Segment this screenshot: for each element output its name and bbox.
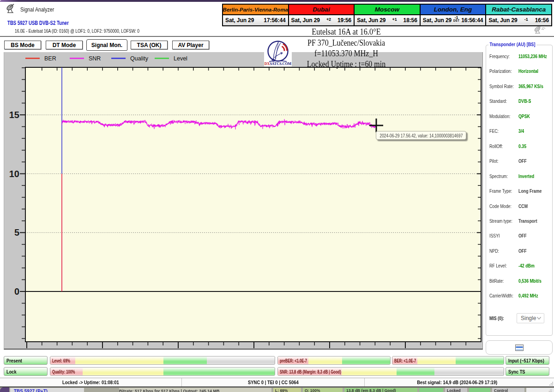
transponder-row-value: DVB-S — [518, 98, 531, 104]
clock-utc-offset: -1 — [518, 18, 535, 23]
clock-time: 18:56 — [403, 17, 417, 24]
resize-grip-icon[interactable] — [549, 378, 554, 386]
clock-london: London, Eng Sat, Jun 29 -1DST 16:56:44 — [421, 5, 487, 25]
transponder-row-label: Symbol Rate: — [489, 83, 514, 89]
transponder-row-label: Code Mode: — [489, 203, 512, 209]
clock-city-label: Dubai — [289, 5, 354, 15]
clock-city-label: Moscow — [355, 5, 420, 15]
transponder-row-label: Frame Type: — [489, 188, 512, 194]
legend-item-ber: BER — [25, 55, 56, 62]
y-axis-label: 0 — [14, 286, 19, 297]
transponder-row-label: Modulation: — [489, 113, 511, 119]
transponder-row-value: 11053,236 MHz — [518, 53, 547, 59]
transponder-row-label: RF Level: — [489, 263, 507, 268]
transponder-row-label: Frequency: — [489, 53, 510, 59]
transponder-row-value: -42 dBm — [518, 263, 535, 268]
background-window-segment — [469, 388, 490, 392]
transponder-row-label: Pilot: — [489, 158, 499, 164]
statusbar-counters: SYNC 0 | TEI 0 | CC 5064 — [182, 378, 365, 386]
signal-analyzer-window: Signal Analyzer TBS 5927 USB DVB-S2 Tune… — [0, 0, 554, 392]
mis-label: MIS (0): — [489, 315, 504, 321]
logo-text-rest: SATCS.COM — [270, 62, 291, 66]
y-axis-label: 15 — [9, 110, 19, 120]
clock-city-label: Berlin-Paris-Vienna-Roma — [223, 5, 288, 15]
mis-value: Single — [521, 315, 536, 321]
clock-berlin: Berlin-Paris-Vienna-Roma Sat, Jun 29 17:… — [223, 5, 289, 25]
clock-rabat: Rabat-Casablanca Sat, Jun 29 -1 16:56 — [486, 5, 551, 25]
clock-time: 17:56:44 — [264, 17, 285, 24]
crosshair-cursor — [369, 119, 383, 132]
background-window-title-fragment: TBS 5927 (P+T) — [10, 388, 84, 392]
transponder-row-value: 0,536 Mbit/s — [518, 278, 542, 284]
clock-time-row: Sat, Jun 29 -1 16:56 — [486, 15, 551, 25]
clock-time-row: Sat, Jun 29 +1 18:56 — [355, 15, 420, 25]
quality-bar: Quality: 100% — [50, 367, 275, 376]
transponder-row-value: QPSK — [518, 113, 530, 119]
transponder-row-value: 365,967 KS/s — [518, 83, 543, 89]
transponder-row-label: RollOff: — [489, 143, 503, 149]
tab-av-player[interactable]: AV Player — [172, 41, 209, 49]
transponder-row-value: OFF — [518, 158, 527, 164]
clock-date: Sat, Jun 29 — [357, 17, 385, 24]
legend-line-ber — [25, 58, 40, 59]
chevron-down-icon — [537, 317, 541, 320]
transponder-row-value: CCM — [518, 203, 528, 209]
tuner-subtitle: 16.0E - Eutelsat 16A (ID: 0160) @ LOF1: … — [15, 28, 139, 34]
transponder-row-value: Horizontal — [518, 68, 538, 74]
list-icon — [515, 344, 524, 351]
background-window-snr-fragment: 13,8 dB (em 8,3 dB | Good) — [344, 388, 417, 392]
chart-tooltip: 2024-06-29 17.56.42, value: 14,100000381… — [376, 131, 466, 140]
statusbar-best-signal: Best signal: 14,9 dB (2024-06-29 17:19) — [365, 378, 549, 386]
transponder-row-label: NPD: — [489, 248, 499, 254]
legend-item-snr: SNR — [70, 55, 101, 62]
clock-time-row: Sat, Jun 29 +2 19:56 — [289, 15, 354, 25]
clock-utc-offset: -1DST — [452, 17, 461, 24]
dxsatcs-logo: DXSATCS.COM — [264, 40, 292, 66]
clock-date: Sat, Jun 29 — [423, 17, 452, 24]
background-window-corner — [0, 387, 9, 392]
background-window-bitrate-fragment: Bitrate: 517 Kbps for 517 Kbps | Output:… — [119, 388, 271, 392]
tab-tsa[interactable]: TSA (OK) — [131, 41, 168, 49]
transponder-row-label: Spectrum: — [489, 173, 508, 179]
background-window-grip-fragment: .:: — [526, 388, 554, 392]
transponder-row-value: Long Frame — [518, 188, 542, 194]
transponder-row-value: OFF — [518, 248, 527, 254]
clock-utc-offset: +1 — [385, 18, 403, 23]
background-window-level-fragment: L: 69% — [273, 388, 301, 392]
background-window-quality-fragment: Q: 100% — [303, 388, 343, 392]
clock-time: 16:56:44 — [461, 17, 483, 24]
legend-item-quality: Quality — [111, 55, 148, 62]
logo-text-dx: DX — [265, 62, 270, 66]
background-window-segment — [419, 388, 443, 392]
clock-city-label: Rabat-Casablanca — [486, 5, 551, 15]
world-clocks-table: Berlin-Paris-Vienna-Roma Sat, Jun 29 17:… — [222, 4, 552, 26]
level-bar: Level: 69% — [50, 356, 275, 365]
clock-city-label: London, Eng — [421, 5, 486, 15]
tuner-title: TBS 5927 USB DVB-S2 Tuner — [7, 19, 69, 26]
lock-indicator: Lock — [4, 367, 48, 376]
statusbar-uptime: Locked -> Uptime: 01:08:01 — [0, 378, 182, 386]
tab-bs-mode[interactable]: BS Mode — [4, 41, 41, 49]
present-indicator: Present — [4, 356, 48, 365]
tab-dt-mode[interactable]: DT Mode — [46, 41, 83, 49]
transponder-row-label: CarrierWidth: — [489, 293, 513, 298]
transponder-row-label: BitRate: — [489, 278, 504, 284]
clock-date: Sat, Jun 29 — [488, 17, 517, 24]
tab-signal-mon[interactable]: Signal Mon. — [86, 39, 127, 51]
clock-time: 19:56 — [337, 17, 351, 24]
satellite-dish-small-icon — [533, 26, 547, 34]
plot-background — [25, 67, 481, 342]
sync-ts-indicator: Sync TS — [506, 367, 549, 376]
preber-bar: preBER: <1.0E-7 — [277, 356, 391, 365]
transponder-row-value: 0,492 MHz — [518, 293, 538, 298]
input-indicator: Input (~517 Kbps) — [506, 356, 549, 365]
y-axis-label: 5 — [14, 227, 19, 238]
mis-dropdown[interactable]: Single — [517, 313, 544, 323]
stream-list-button[interactable] — [486, 340, 553, 355]
transponder-row-label: Stream type: — [489, 218, 512, 224]
bar-gloss — [50, 368, 275, 375]
legend-item-level: Level — [155, 55, 187, 62]
transponder-row-value: 0.35 — [518, 143, 526, 149]
clock-moscow: Moscow Sat, Jun 29 +1 18:56 — [355, 5, 421, 25]
signal-plot[interactable]: 051015 — [4, 52, 483, 350]
